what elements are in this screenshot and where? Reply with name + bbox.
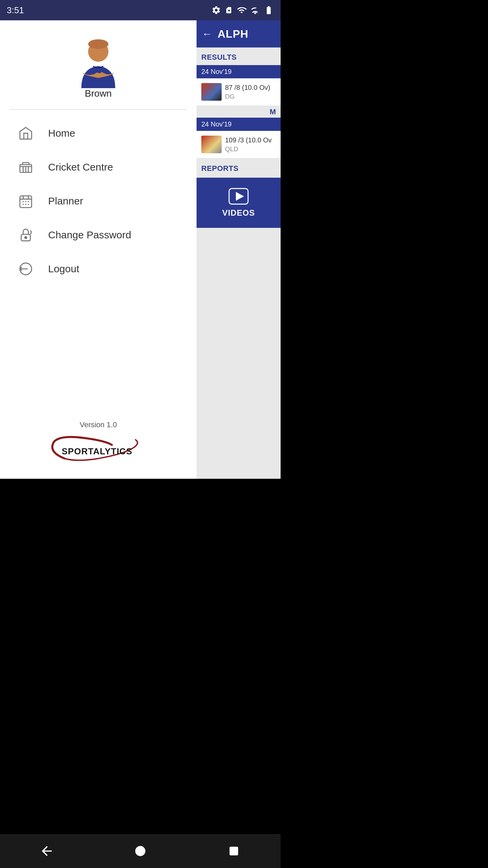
result-item-2: 109 /3 (10.0 Ov QLD (197, 131, 281, 158)
cricket-centre-label: Cricket Centre (48, 161, 113, 173)
status-time: 3:51 (7, 5, 24, 16)
cricket-icon (17, 158, 35, 176)
menu-item-logout[interactable]: Logout (10, 252, 186, 286)
result-row-2: 109 /3 (10.0 Ov QLD (201, 136, 276, 153)
video-play-icon (228, 188, 249, 205)
videos-label: VIDEOS (222, 208, 255, 218)
right-panel-title: ALPH (218, 28, 248, 40)
back-button[interactable]: ← (202, 28, 212, 40)
avatar (71, 34, 125, 88)
logout-label: Logout (48, 263, 79, 275)
svg-marker-9 (236, 192, 244, 201)
signal-icon (251, 5, 260, 15)
home-label: Home (48, 127, 75, 139)
result-score-1: 87 /8 (10.0 Ov) (225, 84, 270, 92)
right-panel: ← ALPH RESULTS 24 Nov'19 87 /8 (10.0 Ov)… (197, 20, 281, 479)
result-more-1: M (197, 106, 281, 118)
result-date-1: 24 Nov'19 (197, 65, 281, 78)
divider (10, 109, 187, 110)
status-bar: 3:51 (0, 0, 281, 20)
settings-icon (211, 5, 221, 15)
menu-item-home[interactable]: Home (10, 116, 186, 150)
planner-label: Planner (48, 195, 83, 207)
result-row-1: 87 /8 (10.0 Ov) DG (201, 83, 276, 101)
result-thumb-1 (201, 83, 222, 101)
wifi-icon (237, 5, 247, 15)
svg-point-1 (88, 39, 108, 49)
results-header: RESULTS (197, 47, 281, 65)
planner-icon (17, 192, 35, 210)
user-name: Brown (85, 88, 111, 99)
battery-icon (264, 5, 274, 15)
menu-list: Home Cricket Centre (0, 116, 197, 286)
result-info-1: 87 /8 (10.0 Ov) DG (225, 84, 270, 100)
lock-icon (17, 226, 35, 244)
footer: Version 1.0 SPORTALYTICS (44, 420, 152, 479)
menu-item-change-password[interactable]: Change Password (10, 218, 186, 252)
result-item-1: 87 /8 (10.0 Ov) DG (197, 78, 281, 105)
logout-icon (17, 260, 35, 278)
reports-header: REPORTS (197, 159, 281, 176)
right-panel-header: ← ALPH (197, 20, 281, 47)
sim-icon (225, 5, 232, 15)
menu-item-planner[interactable]: Planner (10, 184, 186, 218)
videos-button[interactable]: VIDEOS (197, 178, 281, 228)
result-team-2: QLD (225, 145, 272, 153)
home-icon (17, 124, 35, 142)
sportalytics-logo: SPORTALYTICS (44, 435, 152, 465)
avatar-section: Brown (71, 34, 125, 99)
change-password-label: Change Password (48, 229, 131, 241)
result-thumb-2 (201, 136, 222, 153)
result-team-1: DG (225, 93, 270, 100)
result-score-2: 109 /3 (10.0 Ov (225, 136, 272, 144)
result-info-2: 109 /3 (10.0 Ov QLD (225, 136, 272, 153)
svg-point-5 (25, 237, 27, 239)
drawer: Brown Home (0, 20, 197, 479)
result-date-2: 24 Nov'19 (197, 118, 281, 131)
menu-item-cricket-centre[interactable]: Cricket Centre (10, 150, 186, 184)
main-container: Brown Home (0, 20, 281, 479)
version-text: Version 1.0 (80, 420, 117, 429)
svg-text:SPORTALYTICS: SPORTALYTICS (62, 446, 132, 456)
status-icons (211, 5, 274, 15)
